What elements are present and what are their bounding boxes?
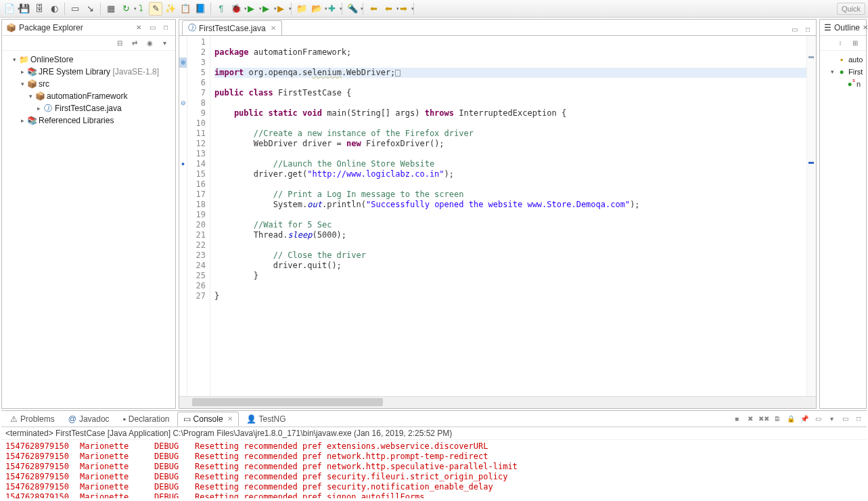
para-icon[interactable]: ¶ [214, 2, 228, 16]
tab-problems[interactable]: ⚠Problems [4, 412, 61, 427]
outline-panel: ☰ Outline ✕ ↕ ⊞ ▪auto ▾●First ●sn [819, 19, 867, 409]
filter-icon[interactable]: ⊞ [850, 38, 861, 49]
tab-label: FirstTestCase.java [199, 24, 266, 33]
tab-close-icon[interactable]: ✕ [863, 22, 868, 33]
coverage-icon[interactable]: ▶ [259, 2, 273, 16]
console-line: 1547628979150MarionetteDEBUGResetting re… [5, 441, 863, 452]
wand-icon[interactable]: ✎ [149, 2, 162, 16]
menu-icon[interactable]: ▾ [159, 38, 170, 49]
refresh-icon[interactable]: ↻ [119, 2, 133, 16]
editor-panel: Ⓙ FirstTestCase.java ✕ ▭ □ ⊕ ⊖ ● 1235678… [179, 19, 817, 409]
outline-class[interactable]: ▾●First [820, 66, 866, 78]
collapse-icon[interactable]: ⊟ [114, 38, 125, 49]
save-icon[interactable]: 💾 [18, 2, 31, 16]
new-pkg-icon[interactable]: 📁 [295, 2, 309, 16]
remove-icon[interactable]: ✖ [745, 414, 756, 424]
ext-tools-icon[interactable]: ▶ [274, 2, 288, 16]
package-explorer-panel: 📦 Package Explorer ✕ ▭ □ ⊟ ⇄ ◉ ▾ ▾📁Onlin… [1, 19, 176, 409]
terminated-label: <terminated> FirstTestCase [Java Applica… [1, 427, 867, 440]
tab-console[interactable]: ▭Console✕ [177, 412, 239, 427]
open-console-icon[interactable]: ▾ [826, 414, 837, 424]
console-line: 1547628979150MarionetteDEBUGResetting re… [5, 452, 863, 462]
maximize-icon[interactable]: □ [802, 24, 813, 35]
tab-declaration[interactable]: ▪Declaration [117, 412, 176, 427]
console-line: 1547628979150MarionetteDEBUGResetting re… [5, 492, 863, 498]
scroll-lock-icon[interactable]: 🔒 [785, 414, 796, 424]
switch-icon[interactable]: ◐ [47, 2, 61, 16]
outline-method[interactable]: ●sn [820, 78, 866, 90]
tab-close-icon[interactable]: ✕ [271, 24, 276, 32]
java-file-icon: Ⓙ [188, 22, 196, 34]
console-line: 1547628979150MarionetteDEBUGResetting re… [5, 482, 863, 492]
prev-ann-icon[interactable]: ⬅ [367, 2, 380, 16]
panel-title: Outline [834, 23, 860, 32]
console-line: 1547628979150MarionetteDEBUGResetting re… [5, 462, 863, 472]
step-icon[interactable]: ⤵ [134, 2, 147, 16]
panel-title: Package Explorer [19, 23, 131, 32]
outline-pkg[interactable]: ▪auto [820, 53, 866, 66]
code-editor[interactable]: package automationFramework; import org.… [210, 36, 806, 396]
project-tree: ▾📁OnlineStore ▸📚JRE System Library [Java… [2, 51, 175, 408]
clear-icon[interactable]: 🗎 [772, 414, 783, 424]
link-editor-icon[interactable]: ⇄ [129, 38, 140, 49]
jre-node[interactable]: ▸📚JRE System Library [JavaSE-1.8] [2, 66, 175, 78]
marker-bar[interactable]: ⊕ ⊖ ● [179, 36, 187, 396]
java-file-node[interactable]: ▸ⒿFirstTestCase.java [2, 102, 175, 114]
outline-icon: ☰ [824, 23, 831, 32]
focus-icon[interactable]: ◉ [144, 38, 155, 49]
bottom-panel: ⚠Problems @Javadoc ▪Declaration ▭Console… [1, 410, 867, 498]
overview-ruler[interactable] [806, 36, 816, 396]
main-toolbar: 📄 💾 🗄 ◐ ▭ ↘ ▦ ↻ ⤵ ✎ ✨ 📋 📘 ¶ 🐞 ▶ ▶ ▶ 📁 📂 … [0, 0, 868, 18]
referenced-libs-node[interactable]: ▸📚Referenced Libraries [2, 114, 175, 127]
maximize-icon[interactable]: □ [160, 22, 171, 33]
line-gutter[interactable]: 1235678910111213141516171819202122232425… [187, 36, 210, 396]
decl-icon: ▪ [123, 414, 126, 424]
run-icon[interactable]: ▶ [244, 2, 258, 16]
tab-testng[interactable]: 👤TestNG [240, 412, 292, 427]
tab-close-icon[interactable]: ✕ [133, 22, 144, 33]
link-icon[interactable]: ↘ [83, 2, 97, 16]
console-output[interactable]: 1547628979150MarionetteDEBUGResetting re… [1, 440, 867, 498]
warning-icon: ⚠ [10, 414, 18, 424]
back-icon[interactable]: ⬅ [382, 2, 395, 16]
save-all-icon[interactable]: 🗄 [32, 2, 46, 16]
task-icon[interactable]: 📋 [179, 2, 192, 16]
console-line: 1547628979150MarionetteDEBUGResetting re… [5, 472, 863, 482]
close-icon[interactable]: ✕ [227, 415, 233, 422]
pin-icon[interactable]: 📌 [799, 414, 810, 424]
tab-javadoc[interactable]: @Javadoc [62, 412, 116, 427]
quick-access[interactable]: Quick [837, 3, 865, 15]
magic-icon[interactable]: ✨ [164, 2, 177, 16]
h-scrollbar[interactable] [179, 396, 816, 408]
fwd-icon[interactable]: ➡ [396, 2, 410, 16]
src-node[interactable]: ▾📦src [2, 78, 175, 90]
editor-tab[interactable]: Ⓙ FirstTestCase.java ✕ [182, 20, 282, 35]
package-node[interactable]: ▾📦automationFramework [2, 90, 175, 102]
at-icon: @ [68, 414, 76, 424]
debug-icon[interactable]: 🐞 [229, 2, 243, 16]
project-node[interactable]: ▾📁OnlineStore [2, 53, 175, 66]
testng-icon: 👤 [246, 414, 256, 424]
minimize-icon[interactable]: ▭ [147, 22, 158, 33]
minimize-icon[interactable]: ▭ [840, 414, 850, 424]
mylyn-icon[interactable]: ▭ [68, 2, 82, 16]
search-icon[interactable]: 🔦 [346, 2, 359, 16]
new-icon[interactable]: 📄 [3, 2, 16, 16]
open-type-icon[interactable]: 📂 [310, 2, 323, 16]
remove-all-icon[interactable]: ✖✖ [758, 414, 769, 424]
display-icon[interactable]: ▭ [813, 414, 823, 424]
terminate-icon[interactable]: ■ [731, 414, 742, 424]
sort-icon[interactable]: ↕ [835, 38, 846, 49]
maximize-icon[interactable]: □ [853, 414, 864, 424]
new-class-icon[interactable]: ✚ [325, 2, 338, 16]
book-icon[interactable]: 📘 [193, 2, 207, 16]
console-icon: ▭ [183, 414, 191, 424]
grid-icon[interactable]: ▦ [104, 2, 118, 16]
minimize-icon[interactable]: ▭ [789, 24, 800, 35]
package-icon: 📦 [6, 23, 16, 32]
